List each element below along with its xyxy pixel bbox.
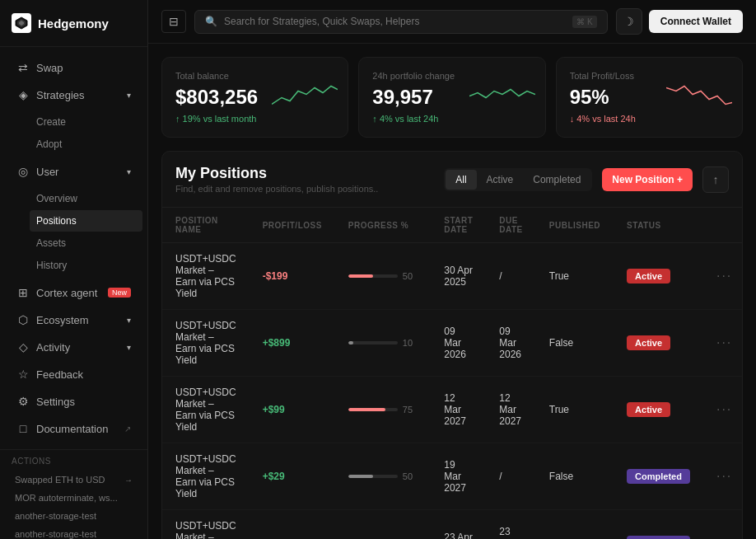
action-storage-2[interactable]: another-storage-test	[12, 525, 136, 539]
cell-menu[interactable]: ···	[703, 510, 742, 540]
positions-card: My Positions Find, edit and remove posit…	[161, 151, 743, 539]
ecosystem-icon: ⬡	[16, 313, 30, 326]
new-position-button[interactable]: New Position +	[602, 168, 693, 191]
arrow-right-icon: →	[124, 476, 133, 485]
action-swap-eth[interactable]: Swapped ETH to USD →	[12, 471, 136, 489]
positions-subtitle: Find, edit and remove positions, publish…	[175, 184, 434, 194]
row-menu-icon[interactable]: ···	[716, 469, 732, 483]
cell-due: 23 Apr 2025	[486, 510, 535, 540]
row-menu-icon[interactable]: ···	[716, 335, 732, 349]
cell-status: Active	[614, 377, 703, 443]
action-label-storage1: another-storage-test	[15, 511, 96, 521]
strategies-icon: ◈	[16, 88, 30, 101]
topbar: ⊟ 🔍 ⌘ K ☽ Connect Wallet	[148, 0, 756, 44]
cell-published: False	[536, 510, 614, 540]
search-input[interactable]	[224, 16, 566, 27]
cell-due: 12 Mar 2027	[486, 377, 535, 443]
chevron-down-icon: ▾	[127, 91, 131, 100]
table-header-row: POSITION NAME PROFIT/LOSS PROGRESS % STA…	[162, 208, 742, 243]
cell-menu[interactable]: ···	[703, 243, 742, 310]
row-menu-icon[interactable]: ···	[716, 536, 732, 539]
col-published: PUBLISHED	[536, 208, 614, 243]
sidebar-item-documentation[interactable]: □ Documentation ↗	[5, 415, 142, 442]
search-bar: 🔍 ⌘ K	[194, 10, 608, 34]
connect-wallet-button[interactable]: Connect Wallet	[649, 10, 743, 33]
cell-due: /	[486, 243, 535, 310]
positions-table-wrapper: POSITION NAME PROFIT/LOSS PROGRESS % STA…	[162, 208, 742, 539]
stat-change-pl: ↓ 4% vs last 24h	[570, 114, 729, 124]
table-row: USDT+USDC Market – Earn via PCS Yield +$…	[162, 310, 742, 377]
sidebar-item-settings[interactable]: ⚙ Settings	[5, 388, 142, 415]
stat-card-profit-loss: Total Profit/Loss 95% ↓ 4% vs last 24h	[556, 57, 743, 138]
col-status: STATUS	[614, 208, 703, 243]
theme-toggle-button[interactable]: ☽	[616, 8, 642, 35]
activity-icon: ◇	[16, 340, 30, 354]
sidebar-item-strategies[interactable]: ◈ Strategies ▾	[5, 82, 142, 108]
sidebar-item-adopt[interactable]: Adopt	[30, 134, 142, 155]
cell-progress: 50	[335, 243, 431, 310]
sidebar-label-ecosystem: Ecosystem	[36, 314, 89, 326]
export-button[interactable]: ↑	[702, 166, 729, 193]
sidebar-item-assets[interactable]: Assets	[30, 232, 142, 254]
filter-tab-completed[interactable]: Completed	[523, 170, 590, 190]
sidebar-item-cortex[interactable]: ⊞ Cortex agent New	[5, 279, 142, 306]
action-mor[interactable]: MOR autoterminate, ws...	[12, 489, 136, 507]
sidebar-label-settings: Settings	[36, 396, 75, 408]
cell-start: 12 Mar 2027	[431, 377, 486, 443]
cell-menu[interactable]: ···	[703, 443, 742, 510]
progress-fill	[348, 475, 373, 478]
progress-bar	[348, 274, 398, 278]
new-badge: New	[108, 288, 131, 298]
sidebar-item-positions[interactable]: Positions	[30, 210, 142, 232]
feedback-icon: ☆	[16, 368, 30, 381]
cell-status: Completed	[614, 510, 703, 540]
action-storage-1[interactable]: another-storage-test	[12, 507, 136, 525]
sidebar-item-user[interactable]: ◎ User ▾	[5, 158, 142, 185]
sidebar-item-swap[interactable]: ⇄ Swap	[5, 54, 142, 81]
progress-bar	[348, 341, 398, 344]
cell-profit: +$29	[250, 443, 335, 510]
sidebar-label-feedback: Feedback	[36, 368, 83, 381]
sidebar-item-overview[interactable]: Overview	[30, 188, 142, 209]
cell-due: 09 Mar 2026	[486, 310, 535, 377]
stat-change-portfolio: ↑ 4% vs last 24h	[372, 114, 531, 124]
sidebar-label-activity: Activity	[36, 341, 70, 354]
progress-num: 50	[403, 471, 413, 481]
logo[interactable]: Hedgemony	[0, 0, 147, 47]
progress-fill	[348, 341, 353, 344]
row-menu-icon[interactable]: ···	[716, 269, 732, 283]
sidebar-actions: Actions Swapped ETH to USD → MOR autoter…	[0, 449, 147, 539]
cell-menu[interactable]: ···	[703, 310, 742, 377]
sidebar-label-user: User	[36, 166, 58, 178]
cell-status: Active	[614, 310, 703, 377]
col-name: POSITION NAME	[162, 208, 250, 243]
sidebar-nav: ⇄ Swap ◈ Strategies ▾ Create Adopt ◎ Use…	[0, 47, 147, 449]
action-label-swap: Swapped ETH to USD	[15, 475, 105, 485]
cell-start: 23 Apr 2025	[431, 510, 486, 540]
sidebar-item-feedback[interactable]: ☆ Feedback	[5, 361, 142, 387]
chevron-down-icon-activity: ▾	[127, 343, 131, 352]
search-icon: 🔍	[205, 16, 217, 27]
status-badge-active: Active	[627, 269, 670, 284]
filter-tab-all[interactable]: All	[446, 170, 476, 190]
sidebar-toggle-button[interactable]: ⊟	[161, 10, 186, 33]
cell-menu[interactable]: ···	[703, 377, 742, 443]
filter-tab-active[interactable]: Active	[477, 170, 524, 190]
cell-published: False	[536, 443, 614, 510]
sidebar-item-activity[interactable]: ◇ Activity ▾	[5, 334, 142, 360]
chevron-down-icon-user: ▾	[127, 167, 131, 176]
sidebar-item-history[interactable]: History	[30, 255, 142, 276]
col-profit: PROFIT/LOSS	[250, 208, 335, 243]
row-menu-icon[interactable]: ···	[716, 402, 732, 416]
sidebar-item-create[interactable]: Create	[30, 111, 142, 133]
logo-icon	[12, 13, 31, 33]
cell-start: 19 Mar 2027	[431, 443, 486, 510]
sidebar-item-ecosystem[interactable]: ⬡ Ecosystem ▾	[5, 307, 142, 333]
cell-name: USDT+USDC Market – Earn via PCS Yield	[162, 510, 250, 540]
positions-title-section: My Positions Find, edit and remove posit…	[175, 165, 434, 194]
action-label-mor: MOR autoterminate, ws...	[15, 493, 118, 503]
sidebar-label-cortex: Cortex agent	[36, 287, 97, 299]
settings-icon: ⚙	[16, 395, 30, 408]
col-due: DUE DATE	[486, 208, 535, 243]
cell-name: USDT+USDC Market – Earn via PCS Yield	[162, 310, 250, 377]
